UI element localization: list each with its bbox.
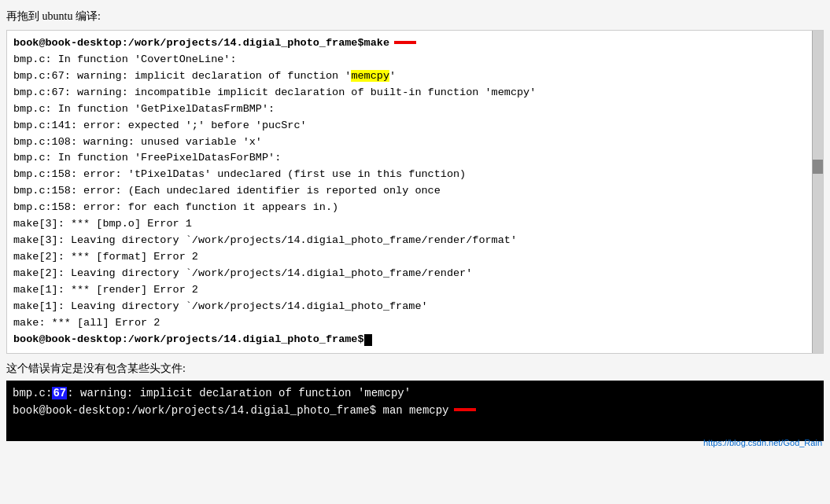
line-number-highlight: 67 bbox=[52, 387, 67, 399]
watermark: https://blog.csdn.net/God_Rain bbox=[703, 438, 822, 447]
prompt-line-2: book@book-desktop:/work/projects/14.digi… bbox=[13, 332, 817, 348]
output-line-1: bmp.c: In function 'CovertOneLine': bbox=[13, 52, 817, 68]
terminal2-prompt: book@book-desktop:/work/projects/14.digi… bbox=[13, 404, 376, 417]
output-line-9: bmp.c:158: error: (Each undeclared ident… bbox=[13, 183, 817, 200]
terminal-prompt-2: book@book-desktop:/work/projects/14.digi… bbox=[13, 332, 364, 348]
terminal-prompt-1: book@book-desktop:/work/projects/14.digi… bbox=[13, 35, 364, 52]
terminal-block-2: bmp.c:67: warning: implicit declaration … bbox=[6, 381, 824, 441]
output-line-14: make[2]: Leaving directory `/work/projec… bbox=[13, 266, 817, 282]
output-line-13: make[2]: *** [format] Error 2 bbox=[13, 249, 817, 266]
terminal2-line1: bmp.c:67: warning: implicit declaration … bbox=[13, 384, 817, 402]
output-line-17: make: *** [all] Error 2 bbox=[13, 315, 817, 332]
output-line-7: bmp.c: In function 'FreePixelDatasForBMP… bbox=[13, 150, 817, 167]
output-line-16: make[1]: Leaving directory `/work/projec… bbox=[13, 299, 817, 315]
output-line-3: bmp.c:67: warning: incompatible implicit… bbox=[13, 85, 817, 101]
output-line-11: make[3]: *** [bmp.o] Error 1 bbox=[13, 216, 817, 233]
output-line-15: make[1]: *** [render] Error 2 bbox=[13, 282, 817, 299]
output-line-12: make[3]: Leaving directory `/work/projec… bbox=[13, 233, 817, 249]
output-line-4: bmp.c: In function 'GetPixelDatasFrmBMP'… bbox=[13, 101, 817, 118]
terminal-block-1: book@book-desktop:/work/projects/14.digi… bbox=[6, 30, 824, 354]
output-line-6: bmp.c:108: warning: unused variable 'x' bbox=[13, 134, 817, 151]
prompt-line-1: book@book-desktop:/work/projects/14.digi… bbox=[13, 35, 817, 52]
output-line-8: bmp.c:158: error: 'tPixelDatas' undeclar… bbox=[13, 167, 817, 183]
watermark-text: https://blog.csdn.net/God_Rain bbox=[703, 438, 822, 447]
intro-label-2: 这个错误肯定是没有包含某些头文件: bbox=[6, 362, 186, 374]
bmp-post: : warning: implicit declaration of funct… bbox=[67, 387, 411, 399]
red-dash-1 bbox=[394, 41, 416, 44]
terminal-cmd-1: make bbox=[364, 35, 389, 52]
page-wrapper: 再拖到 ubuntu 编译: book@book-desktop:/work/p… bbox=[0, 0, 830, 451]
output-line-2: bmp.c:67: warning: implicit declaration … bbox=[13, 68, 817, 85]
red-dash-2 bbox=[454, 408, 476, 411]
output-line-10: bmp.c:158: error: for each function it a… bbox=[13, 200, 817, 216]
terminal2-line3 bbox=[13, 419, 817, 436]
intro-text-1: 再拖到 ubuntu 编译: bbox=[0, 6, 830, 27]
cursor-2 bbox=[13, 422, 20, 434]
memcpy-highlight: memcpy bbox=[351, 70, 389, 82]
terminal2-cmd: man memcpy bbox=[376, 404, 448, 417]
scrollbar[interactable] bbox=[812, 31, 823, 353]
intro-label-1: 再拖到 ubuntu 编译: bbox=[6, 10, 101, 22]
terminal2-line2: book@book-desktop:/work/projects/14.digi… bbox=[13, 402, 817, 419]
intro-text-2: 这个错误肯定是没有包含某些头文件: bbox=[0, 357, 830, 377]
cursor-1 bbox=[364, 334, 372, 346]
scrollbar-thumb[interactable] bbox=[813, 160, 823, 174]
output-line-5: bmp.c:141: error: expected ';' before 'p… bbox=[13, 118, 817, 134]
bmp-pre: bmp.c: bbox=[13, 387, 52, 399]
